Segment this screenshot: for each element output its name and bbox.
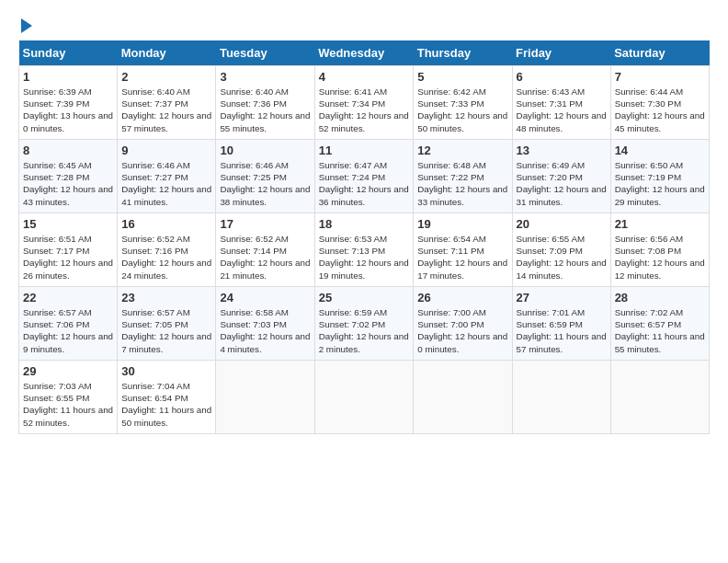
day-cell: 26 Sunrise: 7:00 AMSunset: 7:00 PMDaylig… — [414, 287, 512, 361]
day-info: Sunrise: 6:49 AMSunset: 7:20 PMDaylight:… — [517, 160, 607, 207]
day-number: 16 — [121, 217, 211, 231]
day-info: Sunrise: 6:52 AMSunset: 7:16 PMDaylight:… — [121, 234, 211, 281]
day-info: Sunrise: 6:47 AMSunset: 7:24 PMDaylight:… — [319, 160, 409, 207]
day-number: 4 — [319, 70, 410, 84]
day-cell: 10 Sunrise: 6:46 AMSunset: 7:25 PMDaylig… — [216, 140, 314, 213]
day-number: 18 — [319, 217, 410, 231]
day-cell — [216, 361, 314, 434]
day-cell: 16 Sunrise: 6:52 AMSunset: 7:16 PMDaylig… — [118, 213, 216, 287]
day-cell: 18 Sunrise: 6:53 AMSunset: 7:13 PMDaylig… — [314, 213, 414, 287]
day-number: 29 — [23, 364, 113, 378]
day-cell: 15 Sunrise: 6:51 AMSunset: 7:17 PMDaylig… — [19, 213, 118, 287]
day-cell — [610, 361, 709, 434]
day-cell: 17 Sunrise: 6:52 AMSunset: 7:14 PMDaylig… — [216, 213, 314, 287]
day-number: 26 — [417, 291, 507, 304]
day-number: 6 — [517, 70, 607, 84]
day-number: 10 — [220, 144, 310, 157]
day-cell: 12 Sunrise: 6:48 AMSunset: 7:22 PMDaylig… — [414, 140, 512, 213]
day-cell: 29 Sunrise: 7:03 AMSunset: 6:55 PMDaylig… — [19, 361, 118, 434]
week-row-2: 8 Sunrise: 6:45 AMSunset: 7:28 PMDayligh… — [19, 140, 710, 213]
day-info: Sunrise: 6:40 AMSunset: 7:36 PMDaylight:… — [220, 86, 310, 133]
day-info: Sunrise: 6:40 AMSunset: 7:37 PMDaylight:… — [121, 86, 211, 133]
week-row-1: 1 Sunrise: 6:39 AMSunset: 7:39 PMDayligh… — [19, 66, 710, 140]
day-cell: 23 Sunrise: 6:57 AMSunset: 7:05 PMDaylig… — [118, 287, 216, 361]
day-info: Sunrise: 7:03 AMSunset: 6:55 PMDaylight:… — [23, 381, 113, 428]
day-info: Sunrise: 6:52 AMSunset: 7:14 PMDaylight:… — [220, 234, 310, 281]
week-row-4: 22 Sunrise: 6:57 AMSunset: 7:06 PMDaylig… — [19, 287, 710, 361]
day-cell: 21 Sunrise: 6:56 AMSunset: 7:08 PMDaylig… — [610, 213, 709, 287]
day-cell: 22 Sunrise: 6:57 AMSunset: 7:06 PMDaylig… — [19, 287, 118, 361]
day-number: 28 — [615, 291, 705, 304]
day-cell: 24 Sunrise: 6:58 AMSunset: 7:03 PMDaylig… — [216, 287, 314, 361]
header-day-monday: Monday — [118, 40, 216, 66]
day-info: Sunrise: 6:57 AMSunset: 7:05 PMDaylight:… — [121, 307, 211, 354]
week-row-5: 29 Sunrise: 7:03 AMSunset: 6:55 PMDaylig… — [19, 361, 710, 434]
day-number: 1 — [23, 70, 113, 84]
header-row: SundayMondayTuesdayWednesdayThursdayFrid… — [19, 40, 710, 66]
day-number: 20 — [517, 217, 607, 231]
day-cell: 20 Sunrise: 6:55 AMSunset: 7:09 PMDaylig… — [512, 213, 610, 287]
day-info: Sunrise: 6:44 AMSunset: 7:30 PMDaylight:… — [615, 86, 705, 133]
day-info: Sunrise: 6:46 AMSunset: 7:25 PMDaylight:… — [220, 160, 310, 207]
header-day-thursday: Thursday — [414, 40, 512, 66]
day-cell — [512, 361, 610, 434]
day-number: 8 — [23, 144, 113, 157]
calendar-table: SundayMondayTuesdayWednesdayThursdayFrid… — [18, 40, 710, 434]
day-number: 2 — [121, 70, 211, 84]
day-number: 5 — [417, 70, 507, 84]
day-info: Sunrise: 6:59 AMSunset: 7:02 PMDaylight:… — [319, 307, 409, 354]
day-info: Sunrise: 7:01 AMSunset: 6:59 PMDaylight:… — [517, 307, 607, 354]
logo — [18, 18, 32, 33]
header-day-wednesday: Wednesday — [314, 40, 414, 66]
day-info: Sunrise: 6:53 AMSunset: 7:13 PMDaylight:… — [319, 234, 409, 281]
day-info: Sunrise: 6:54 AMSunset: 7:11 PMDaylight:… — [417, 234, 507, 281]
day-info: Sunrise: 6:56 AMSunset: 7:08 PMDaylight:… — [615, 234, 705, 281]
day-number: 27 — [517, 291, 607, 304]
day-cell: 7 Sunrise: 6:44 AMSunset: 7:30 PMDayligh… — [610, 66, 709, 140]
day-info: Sunrise: 6:55 AMSunset: 7:09 PMDaylight:… — [517, 234, 607, 281]
day-cell: 4 Sunrise: 6:41 AMSunset: 7:34 PMDayligh… — [314, 66, 414, 140]
day-info: Sunrise: 6:43 AMSunset: 7:31 PMDaylight:… — [517, 86, 607, 133]
day-cell — [414, 361, 512, 434]
day-cell: 13 Sunrise: 6:49 AMSunset: 7:20 PMDaylig… — [512, 140, 610, 213]
day-info: Sunrise: 6:48 AMSunset: 7:22 PMDaylight:… — [417, 160, 507, 207]
day-cell: 25 Sunrise: 6:59 AMSunset: 7:02 PMDaylig… — [314, 287, 414, 361]
week-row-3: 15 Sunrise: 6:51 AMSunset: 7:17 PMDaylig… — [19, 213, 710, 287]
day-cell: 11 Sunrise: 6:47 AMSunset: 7:24 PMDaylig… — [314, 140, 414, 213]
header-day-tuesday: Tuesday — [216, 40, 314, 66]
day-info: Sunrise: 6:58 AMSunset: 7:03 PMDaylight:… — [220, 307, 310, 354]
logo-arrow-icon — [21, 18, 32, 33]
day-info: Sunrise: 6:46 AMSunset: 7:27 PMDaylight:… — [121, 160, 211, 207]
day-info: Sunrise: 6:51 AMSunset: 7:17 PMDaylight:… — [23, 234, 113, 281]
day-cell — [314, 361, 414, 434]
day-cell: 28 Sunrise: 7:02 AMSunset: 6:57 PMDaylig… — [610, 287, 709, 361]
day-number: 3 — [220, 70, 310, 84]
day-number: 23 — [121, 291, 211, 304]
day-cell: 27 Sunrise: 7:01 AMSunset: 6:59 PMDaylig… — [512, 287, 610, 361]
day-number: 17 — [220, 217, 310, 231]
day-number: 13 — [517, 144, 607, 157]
day-number: 30 — [121, 364, 211, 378]
day-number: 21 — [615, 217, 705, 231]
day-number: 19 — [417, 217, 507, 231]
day-info: Sunrise: 6:45 AMSunset: 7:28 PMDaylight:… — [23, 160, 113, 207]
day-info: Sunrise: 6:39 AMSunset: 7:39 PMDaylight:… — [23, 86, 113, 133]
day-cell: 2 Sunrise: 6:40 AMSunset: 7:37 PMDayligh… — [118, 66, 216, 140]
day-info: Sunrise: 7:00 AMSunset: 7:00 PMDaylight:… — [417, 307, 507, 354]
day-number: 12 — [417, 144, 507, 157]
header-day-friday: Friday — [512, 40, 610, 66]
day-number: 25 — [319, 291, 410, 304]
day-info: Sunrise: 7:02 AMSunset: 6:57 PMDaylight:… — [615, 307, 705, 354]
day-number: 14 — [615, 144, 705, 157]
day-number: 9 — [121, 144, 211, 157]
header-day-sunday: Sunday — [19, 40, 118, 66]
day-info: Sunrise: 6:50 AMSunset: 7:19 PMDaylight:… — [615, 160, 705, 207]
day-cell: 8 Sunrise: 6:45 AMSunset: 7:28 PMDayligh… — [19, 140, 118, 213]
day-info: Sunrise: 6:57 AMSunset: 7:06 PMDaylight:… — [23, 307, 113, 354]
day-cell: 19 Sunrise: 6:54 AMSunset: 7:11 PMDaylig… — [414, 213, 512, 287]
day-number: 24 — [220, 291, 310, 304]
day-cell: 30 Sunrise: 7:04 AMSunset: 6:54 PMDaylig… — [118, 361, 216, 434]
day-cell: 14 Sunrise: 6:50 AMSunset: 7:19 PMDaylig… — [610, 140, 709, 213]
day-info: Sunrise: 6:42 AMSunset: 7:33 PMDaylight:… — [417, 86, 507, 133]
day-cell: 1 Sunrise: 6:39 AMSunset: 7:39 PMDayligh… — [19, 66, 118, 140]
